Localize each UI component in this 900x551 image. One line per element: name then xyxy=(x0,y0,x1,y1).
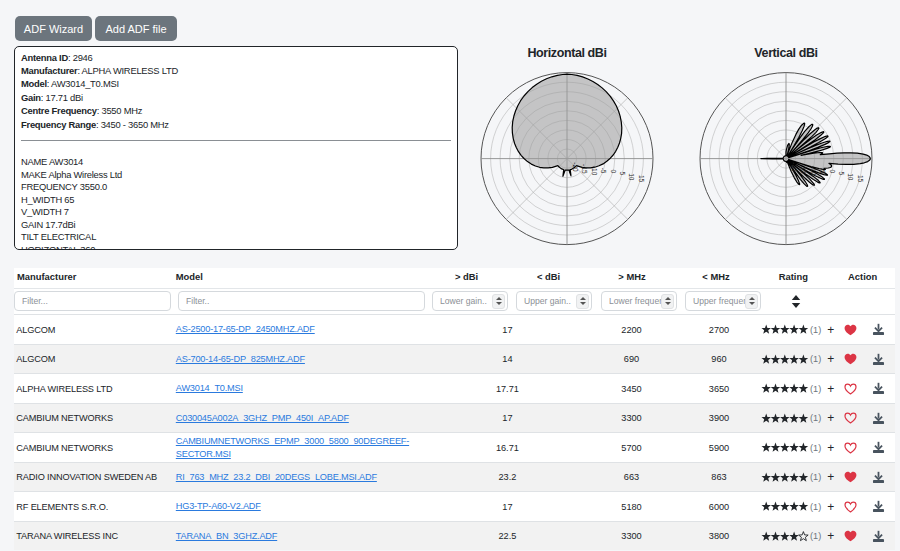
svg-text:-5: -5 xyxy=(819,168,826,174)
svg-text:15: 15 xyxy=(638,175,645,183)
svg-text:-10: -10 xyxy=(810,166,817,176)
svg-text:-15: -15 xyxy=(581,164,588,174)
svg-text:5: 5 xyxy=(838,171,845,175)
svg-text:0: 0 xyxy=(829,170,836,174)
svg-text:-5: -5 xyxy=(600,168,607,174)
svg-text:-10: -10 xyxy=(591,166,598,176)
svg-text:5: 5 xyxy=(619,171,626,175)
svg-text:-20: -20 xyxy=(572,162,579,172)
svg-text:10: 10 xyxy=(847,173,854,181)
svg-text:-20: -20 xyxy=(791,162,798,172)
svg-text:10: 10 xyxy=(628,173,635,181)
svg-text:15: 15 xyxy=(857,175,864,183)
svg-text:-15: -15 xyxy=(800,164,807,174)
svg-text:0: 0 xyxy=(610,170,617,174)
